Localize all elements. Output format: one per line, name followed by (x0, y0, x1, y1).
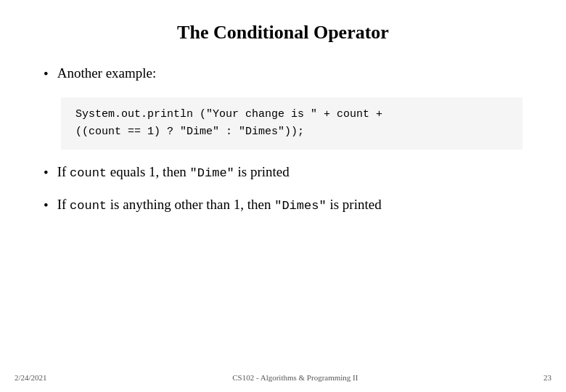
slide: The Conditional Operator • Another examp… (0, 0, 566, 392)
bullet-text-3: If count equals 1, then "Dime" is printe… (57, 163, 522, 182)
bullet4-before: If (57, 197, 70, 212)
footer: 2/24/2021 CS102 - Algorithms & Programmi… (0, 373, 566, 382)
bullet-text-4: If count is anything other than 1, then … (57, 195, 522, 215)
bullet4-code1: count (70, 199, 107, 213)
bullet3-code2: "Dime" (190, 166, 234, 180)
bullet3-code1: count (70, 166, 107, 180)
bullet4-code2: "Dimes" (274, 199, 326, 213)
slide-title: The Conditional Operator (44, 22, 522, 44)
bullet-item-4: • If count is anything other than 1, the… (44, 195, 522, 216)
bullet-dot-4: • (44, 196, 49, 216)
footer-course: CS102 - Algorithms & Programming II (232, 373, 358, 382)
code-block: System.out.println ("Your change is " + … (61, 97, 522, 150)
bullet3-after: is printed (234, 164, 290, 179)
bullet-text-1: Another example: (57, 64, 522, 83)
bullet4-after: is printed (327, 197, 382, 212)
bullet-item-3: • If count equals 1, then "Dime" is prin… (44, 163, 522, 183)
bullet4-middle: is anything other than 1, then (107, 197, 274, 212)
bullet-item-1: • Another example: (44, 64, 522, 84)
footer-page: 23 (544, 373, 551, 382)
footer-date: 2/24/2021 (15, 373, 47, 382)
code-line-2: ((count == 1) ? "Dime" : "Dimes")); (75, 123, 508, 141)
bullet3-before: If (57, 164, 70, 179)
content-area: • Another example: System.out.println ("… (44, 64, 522, 370)
bullet-dot-3: • (44, 163, 49, 183)
code-line-1: System.out.println ("Your change is " + … (75, 106, 508, 123)
bullet3-middle: equals 1, then (107, 164, 190, 179)
bullet-dot-1: • (44, 65, 49, 84)
